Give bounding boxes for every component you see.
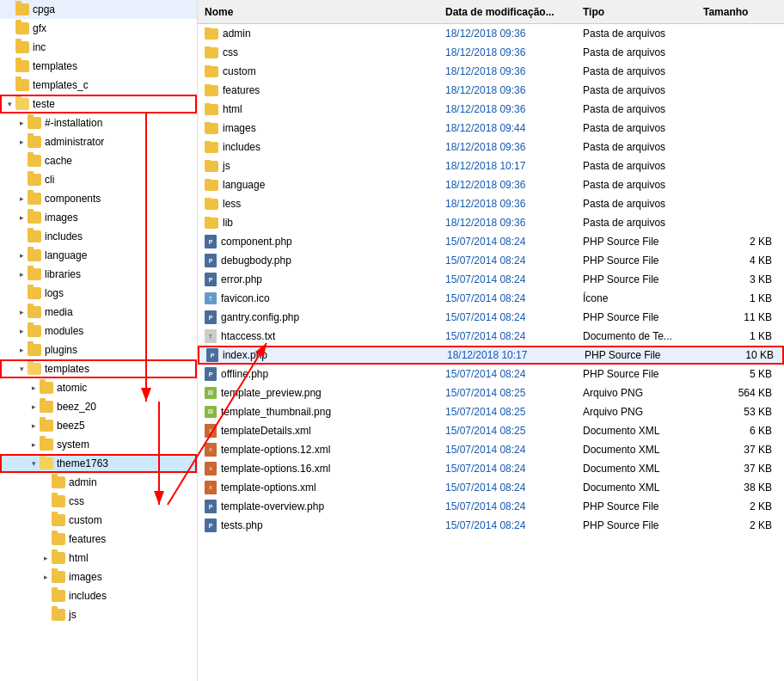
tree-item-plugins[interactable]: ▸plugins (0, 340, 197, 359)
file-size: 6 KB (703, 425, 772, 437)
tree-item-teste[interactable]: ▾teste (0, 95, 197, 114)
chevron-icon[interactable]: ▸ (28, 421, 40, 430)
tree-item-modules[interactable]: ▸modules (0, 322, 197, 340)
tree-item-label: templates (45, 363, 89, 375)
chevron-icon[interactable]: ▸ (15, 308, 28, 316)
file-row[interactable]: images18/12/2018 09:44Pasta de arquivos (198, 119, 784, 138)
chevron-icon[interactable]: ▸ (15, 119, 28, 127)
tree-item-media[interactable]: ▸media (0, 303, 197, 322)
tree-item-label: teste (33, 98, 55, 110)
file-row[interactable]: html18/12/2018 09:36Pasta de arquivos (198, 100, 784, 119)
tree-item-label: cache (45, 155, 72, 167)
chevron-icon[interactable]: ▸ (28, 402, 40, 411)
file-row[interactable]: Xtemplate-options.16.xml15/07/2014 08:24… (198, 459, 784, 478)
chevron-icon[interactable]: ▾ (28, 459, 40, 468)
file-row[interactable]: language18/12/2018 09:36Pasta de arquivo… (198, 175, 784, 194)
file-row[interactable]: Thtaccess.txt15/07/2014 08:24Documento d… (198, 327, 784, 346)
chevron-icon[interactable]: ▸ (15, 194, 28, 203)
chevron-icon[interactable]: ▸ (15, 346, 28, 354)
file-row[interactable]: Pgantry.config.php15/07/2014 08:24PHP So… (198, 308, 784, 327)
tree-item-atomic[interactable]: ▸atomic (0, 378, 197, 397)
tree-item-cli[interactable]: cli (0, 170, 197, 189)
tree-item-templates_c[interactable]: templates_c (0, 76, 197, 95)
tree-item-hash-installation[interactable]: ▸#-installation (0, 114, 197, 132)
chevron-icon[interactable]: ▸ (40, 554, 52, 562)
file-row[interactable]: Tfavicon.ico15/07/2014 08:24Ícone1 KB (198, 289, 784, 308)
tree-item-libraries[interactable]: ▸libraries (0, 265, 197, 284)
tree-item-label: js (69, 609, 77, 621)
chevron-icon[interactable]: ▸ (15, 251, 28, 260)
tree-item-templates2[interactable]: ▾templates (0, 359, 197, 378)
tree-item-language[interactable]: ▸language (0, 246, 197, 265)
tree-item-includes[interactable]: includes (0, 227, 197, 246)
tree-item-images[interactable]: ▸images (0, 208, 197, 227)
file-type: Pasta de arquivos (583, 179, 703, 191)
tree-item-includes2[interactable]: includes (0, 586, 197, 605)
file-date: 15/07/2014 08:24 (445, 330, 583, 342)
tree-item-js[interactable]: js (0, 605, 197, 624)
folder-icon (205, 180, 218, 191)
tree-item-html[interactable]: ▸html (0, 549, 197, 568)
file-date: 18/12/2018 09:36 (445, 217, 583, 229)
chevron-icon[interactable]: ▸ (15, 138, 28, 146)
chevron-icon[interactable]: ▸ (15, 213, 28, 222)
file-row[interactable]: Xtemplate-options.xml15/07/2014 08:24Doc… (198, 478, 784, 497)
file-list: admin18/12/2018 09:36Pasta de arquivoscs… (198, 24, 784, 681)
chevron-icon[interactable]: ▸ (40, 573, 52, 581)
file-row[interactable]: features18/12/2018 09:36Pasta de arquivo… (198, 81, 784, 100)
file-row[interactable]: less18/12/2018 09:36Pasta de arquivos (198, 194, 784, 213)
file-row[interactable]: 🖼template_thumbnail.png15/07/2014 08:25A… (198, 402, 784, 421)
file-row[interactable]: Ptemplate-overview.php15/07/2014 08:24PH… (198, 497, 784, 516)
chevron-icon[interactable]: ▸ (15, 327, 28, 335)
tree-item-beez_20[interactable]: ▸beez_20 (0, 397, 197, 416)
file-type: Arquivo PNG (583, 406, 703, 418)
file-row[interactable]: Perror.php15/07/2014 08:24PHP Source Fil… (198, 270, 784, 289)
tree-item-theme1763[interactable]: ▾theme1763 (0, 454, 197, 473)
chevron-icon[interactable]: ▸ (28, 440, 40, 449)
file-row[interactable]: js18/12/2018 10:17Pasta de arquivos (198, 156, 784, 175)
tree-item-label: features (69, 533, 106, 545)
tree-item-system[interactable]: ▸system (0, 435, 197, 454)
folder-icon (205, 123, 218, 134)
chevron-icon[interactable]: ▾ (15, 365, 28, 373)
tree-item-admin[interactable]: admin (0, 473, 197, 492)
file-name: debugbody.php (221, 255, 291, 267)
folder-icon (28, 136, 41, 148)
tree-item-features[interactable]: features (0, 530, 197, 549)
chevron-icon[interactable]: ▾ (3, 100, 15, 108)
file-row[interactable]: Pcomponent.php15/07/2014 08:24PHP Source… (198, 232, 784, 251)
file-row[interactable]: Xtemplate-options.12.xml15/07/2014 08:24… (198, 440, 784, 459)
file-type: Documento de Te... (583, 330, 703, 342)
file-row[interactable]: css18/12/2018 09:36Pasta de arquivos (198, 43, 784, 62)
file-size: 2 KB (703, 500, 772, 512)
chevron-icon[interactable]: ▸ (28, 383, 40, 392)
tree-item-cpga[interactable]: cpga (0, 0, 197, 19)
file-row[interactable]: Pdebugbody.php15/07/2014 08:24PHP Source… (198, 251, 784, 270)
file-row[interactable]: Pindex.php18/12/2018 10:17PHP Source Fil… (198, 346, 784, 365)
file-row[interactable]: lib18/12/2018 09:36Pasta de arquivos (198, 213, 784, 232)
php-icon: P (205, 310, 217, 324)
file-date: 15/07/2014 08:25 (445, 425, 583, 437)
file-row[interactable]: 🖼template_preview.png15/07/2014 08:25Arq… (198, 383, 784, 402)
tree-item-inc[interactable]: inc (0, 38, 197, 57)
tree-item-custom[interactable]: custom (0, 511, 197, 530)
file-date: 15/07/2014 08:24 (445, 519, 583, 531)
tree-item-cache[interactable]: cache (0, 151, 197, 170)
tree-item-css[interactable]: css (0, 492, 197, 511)
chevron-icon[interactable]: ▸ (15, 270, 28, 279)
tree-item-administrator[interactable]: ▸administrator (0, 132, 197, 151)
tree-item-components[interactable]: ▸components (0, 189, 197, 208)
tree-item-logs[interactable]: logs (0, 284, 197, 303)
file-row[interactable]: includes18/12/2018 09:36Pasta de arquivo… (198, 138, 784, 156)
tree-item-templates[interactable]: templates (0, 57, 197, 76)
file-row[interactable]: Ptests.php15/07/2014 08:24PHP Source Fil… (198, 516, 784, 535)
file-row[interactable]: custom18/12/2018 09:36Pasta de arquivos (198, 62, 784, 81)
tree-item-images2[interactable]: ▸images (0, 568, 197, 586)
file-row[interactable]: admin18/12/2018 09:36Pasta de arquivos (198, 24, 784, 43)
file-row[interactable]: Poffline.php15/07/2014 08:24PHP Source F… (198, 365, 784, 383)
file-row[interactable]: XtemplateDetails.xml15/07/2014 08:25Docu… (198, 421, 784, 440)
file-date: 15/07/2014 08:24 (445, 311, 583, 323)
tree-item-label: beez_20 (57, 401, 96, 413)
tree-item-gfx[interactable]: gfx (0, 19, 197, 38)
tree-item-beez5[interactable]: ▸beez5 (0, 416, 197, 435)
